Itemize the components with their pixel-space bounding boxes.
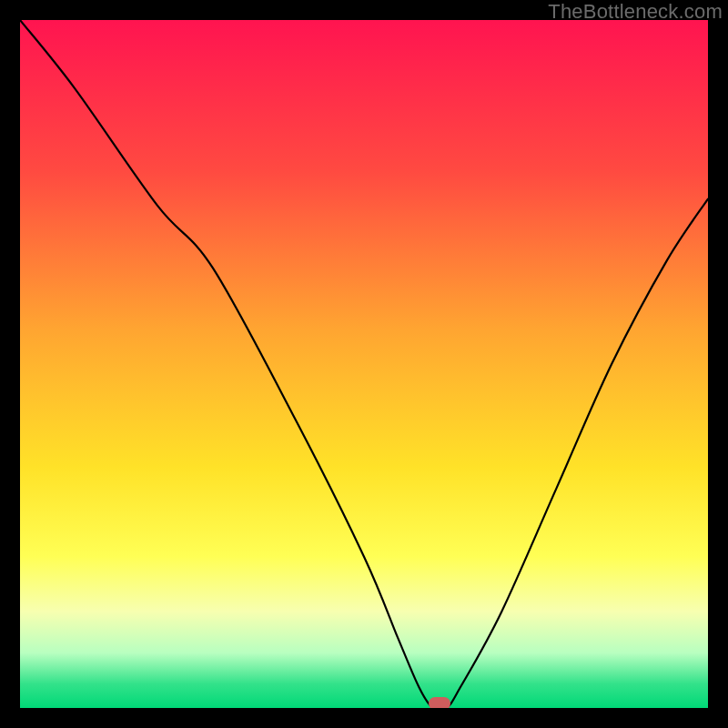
plot-area	[20, 20, 708, 708]
bottleneck-curve	[20, 20, 708, 708]
optimal-point-marker	[429, 697, 450, 708]
chart-frame: TheBottleneck.com	[0, 0, 728, 728]
